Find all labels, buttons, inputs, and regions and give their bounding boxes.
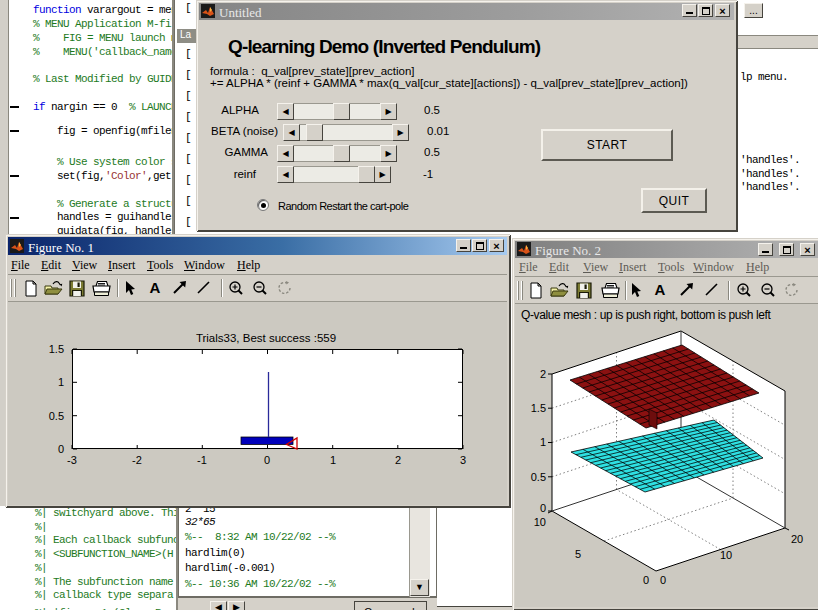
svg-text:2: 2 — [540, 368, 546, 380]
svg-text:10: 10 — [534, 516, 546, 528]
svg-text:1.5: 1.5 — [531, 402, 546, 414]
svg-text:0.5: 0.5 — [531, 471, 546, 483]
svg-text:0: 0 — [643, 574, 649, 586]
svg-text:1: 1 — [540, 436, 546, 448]
svg-text:5: 5 — [575, 548, 581, 560]
svg-text:10: 10 — [720, 549, 732, 561]
svg-text:0: 0 — [540, 502, 546, 514]
svg-text:0: 0 — [660, 574, 666, 586]
svg-text:20: 20 — [791, 533, 803, 545]
